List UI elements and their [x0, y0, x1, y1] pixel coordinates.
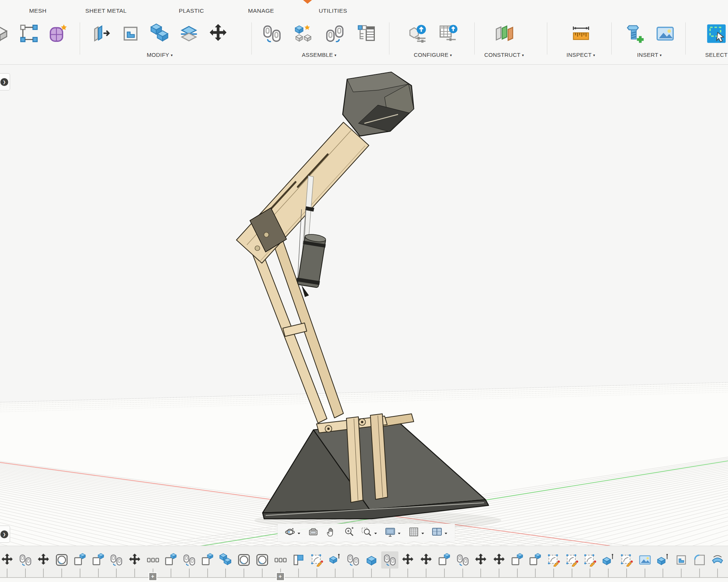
timeline-feature-joint[interactable] — [108, 551, 125, 569]
timeline-feature-fillet[interactable] — [691, 551, 708, 569]
tab-manage[interactable]: MANAGE — [248, 7, 274, 14]
timeline-feature-extrude[interactable] — [600, 551, 617, 569]
timeline-feature-copy-cube[interactable] — [162, 551, 180, 569]
construct-plane-icon[interactable] — [493, 21, 515, 46]
move-copy-icon[interactable] — [207, 21, 229, 46]
expand-group-button[interactable]: + — [277, 573, 284, 580]
timeline-feature-move[interactable] — [490, 551, 508, 569]
timeline-feature-extrude-profile[interactable] — [290, 551, 307, 569]
select-window-icon[interactable] — [706, 21, 727, 46]
group-label-construct[interactable]: CONSTRUCT▾ — [481, 52, 527, 58]
tab-plastic[interactable]: PLASTIC — [179, 7, 204, 14]
group-label-configure[interactable]: CONFIGURE▾ — [405, 52, 461, 58]
ribbon-group-select: SELECT — [696, 20, 728, 62]
timeline-feature-move[interactable] — [35, 551, 52, 569]
timeline-feature-copy-cube[interactable] — [527, 551, 544, 569]
timeline-feature-joint[interactable] — [181, 551, 198, 569]
timeline-feature-combine[interactable] — [217, 551, 234, 569]
timeline-feature-move[interactable] — [0, 551, 16, 569]
pan-icon — [325, 526, 337, 539]
expand-browser-button[interactable]: ❯ — [0, 73, 10, 90]
timeline-scroll-strip[interactable] — [0, 578, 728, 582]
new-component-icon[interactable] — [293, 21, 314, 46]
timeline-feature-canvas[interactable] — [636, 551, 654, 569]
timeline-feature-box-pin[interactable] — [327, 551, 344, 569]
timeline-feature-sketch[interactable] — [581, 551, 599, 569]
group-label-insert[interactable]: INSERT▾ — [617, 52, 682, 58]
expand-group-button[interactable]: + — [149, 573, 156, 580]
grid-settings-icon — [408, 526, 419, 539]
chevron-down-icon[interactable] — [444, 530, 448, 535]
chevron-right-icon: ❯ — [0, 530, 8, 538]
zoom-tool[interactable] — [343, 526, 355, 539]
timeline-feature-group-collapsed[interactable] — [144, 551, 162, 569]
timeline-feature-joint[interactable] — [381, 551, 398, 569]
timeline-feature-move[interactable] — [399, 551, 416, 569]
timeline-feature-sketch[interactable] — [545, 551, 562, 569]
timeline-feature-move[interactable] — [417, 551, 435, 569]
timeline-feature-sketch[interactable] — [563, 551, 581, 569]
create-form-icon[interactable] — [48, 21, 69, 46]
timeline-feature-sphere-box[interactable] — [235, 551, 253, 569]
configuration-table-icon[interactable] — [437, 21, 459, 46]
timeline-feature-joint[interactable] — [345, 551, 362, 569]
chevron-down-icon[interactable] — [397, 530, 401, 535]
chevron-down-icon[interactable] — [297, 530, 301, 535]
configuration-icon[interactable] — [407, 21, 428, 46]
timeline-feature-move[interactable] — [126, 551, 143, 569]
grid-settings-tool[interactable] — [408, 526, 425, 539]
insert-canvas-icon[interactable] — [654, 21, 676, 46]
timeline-feature-blue-cube[interactable] — [363, 551, 380, 569]
timeline-feature-move[interactable] — [472, 551, 489, 569]
zoom-window-tool[interactable] — [361, 526, 378, 539]
display-settings-tool[interactable] — [385, 526, 401, 539]
group-label-inspect[interactable]: INSPECT▾ — [557, 52, 604, 58]
timeline-feature-copy-cube[interactable] — [90, 551, 107, 569]
display-settings-icon — [385, 526, 396, 539]
tab-mesh[interactable]: MESH — [29, 7, 46, 14]
tab-utilities[interactable]: UTILITIES — [319, 7, 347, 14]
timeline-feature-copy-cube[interactable] — [199, 551, 216, 569]
group-label-modify[interactable]: MODIFY▾ — [87, 52, 233, 58]
timeline-feature-sphere-box[interactable] — [254, 551, 271, 569]
timeline-feature-shell[interactable] — [673, 551, 690, 569]
timeline-tick — [407, 569, 408, 578]
joint-icon[interactable] — [261, 21, 283, 46]
timeline-tick — [608, 569, 609, 578]
timeline-tick — [480, 569, 481, 578]
viewports-tool[interactable] — [431, 526, 448, 539]
timeline-feature-sketch[interactable] — [618, 551, 635, 569]
timeline-feature-copy-cube[interactable] — [509, 551, 526, 569]
ribbon-toolbar: MESHSHEET METALPLASTICMANAGEUTILITIES MO… — [0, 0, 728, 65]
pan-tool[interactable] — [325, 526, 337, 539]
timeline-feature-flex[interactable] — [709, 551, 726, 569]
timeline-feature-copy-cube[interactable] — [436, 551, 453, 569]
press-pull-icon[interactable] — [91, 21, 112, 46]
combine-icon[interactable] — [149, 21, 171, 46]
insert-fastener-icon[interactable] — [623, 21, 645, 46]
split-body-icon[interactable] — [178, 21, 200, 46]
timeline-feature-copy-cube[interactable] — [71, 551, 89, 569]
group-label-assemble[interactable]: ASSEMBLE▾ — [257, 52, 381, 58]
shell-icon[interactable] — [120, 21, 141, 46]
timeline-feature-group-collapsed[interactable] — [272, 551, 289, 569]
timeline-feature-extrude[interactable] — [654, 551, 672, 569]
measure-icon[interactable] — [570, 21, 592, 46]
timeline-feature-sketch[interactable] — [308, 551, 325, 569]
timeline-feature-sphere-box[interactable] — [53, 551, 70, 569]
look-at-tool[interactable] — [308, 526, 319, 539]
chevron-down-icon[interactable] — [373, 530, 378, 535]
group-label-select[interactable]: SELECT — [696, 52, 728, 58]
viewport-canvas[interactable] — [0, 0, 728, 582]
timeline-feature-joint[interactable] — [454, 551, 471, 569]
box-partial-icon[interactable] — [0, 21, 11, 46]
expand-comments-button[interactable]: ❯ — [0, 526, 10, 543]
edit-form-icon[interactable] — [18, 21, 40, 46]
orbit-tool[interactable] — [284, 526, 301, 539]
tab-sheet-metal[interactable]: SHEET METAL — [85, 7, 127, 14]
chevron-down-icon[interactable] — [420, 530, 425, 535]
timeline-feature-joint[interactable] — [17, 551, 34, 569]
bom-table-icon[interactable] — [355, 21, 377, 46]
as-built-joint-icon[interactable] — [324, 21, 346, 46]
look-at-icon — [308, 526, 319, 539]
